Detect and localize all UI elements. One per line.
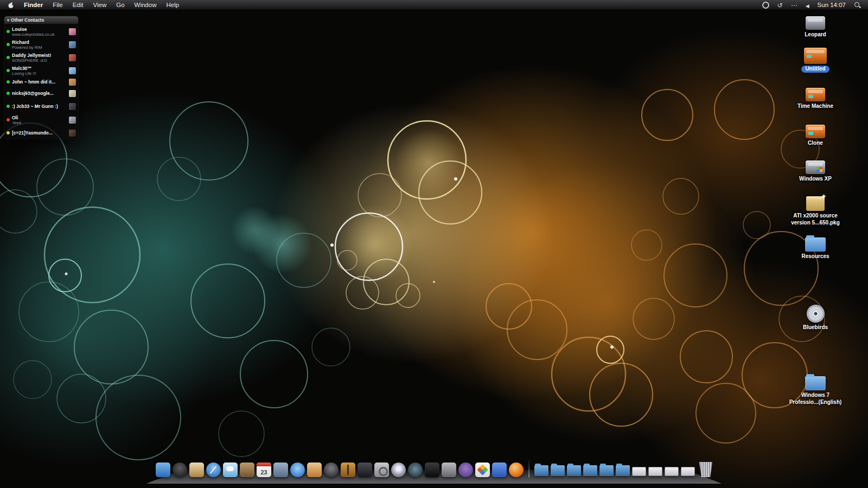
ellipsis-icon[interactable]: [791, 0, 797, 10]
desktop-icon-untitled[interactable]: Untitled: [785, 48, 846, 73]
desktop-icon-resources[interactable]: Resources: [785, 237, 846, 260]
disc-icon: [807, 305, 825, 323]
contact-row[interactable]: Malc30™ Loving Life !!!: [4, 64, 78, 77]
internal-drive-icon: [806, 16, 825, 30]
apple-icon: [8, 2, 15, 9]
dock-address-book-icon[interactable]: [240, 463, 254, 477]
avatar: [69, 67, 76, 74]
presence-available-icon: [7, 30, 10, 33]
contact-status: :tired: [12, 120, 67, 125]
icon-label: Time Machine: [797, 103, 833, 110]
contact-name: [c=21]Yasmundo...: [12, 130, 67, 136]
dock-minimized-window[interactable]: [681, 467, 695, 476]
presence-available-icon: [7, 43, 10, 46]
presence-busy-icon: [7, 118, 10, 121]
desktop-icon-leopard[interactable]: Leopard: [785, 16, 846, 38]
dock-windows-icon[interactable]: [475, 463, 490, 477]
buddy-list-header[interactable]: Other Contacts: [4, 16, 78, 24]
icon-label: Windows 7 Professio...(English): [787, 392, 844, 406]
presence-available-icon: [7, 92, 10, 95]
avatar: [69, 103, 76, 110]
installer-package-icon: [806, 196, 825, 211]
dock-minimized-window[interactable]: [632, 467, 646, 476]
dock-iphoto-icon[interactable]: [189, 463, 204, 477]
desktop-icon-windows-7[interactable]: Windows 7 Professio...(English): [785, 376, 846, 406]
dock-dashboard-icon[interactable]: [173, 463, 187, 477]
external-drive-icon: [804, 48, 827, 64]
contact-name: Oli: [12, 115, 67, 120]
dock-stack-folder-icon[interactable]: [583, 465, 597, 476]
folder-icon: [805, 376, 826, 390]
contact-row[interactable]: nicksj93@google...: [4, 88, 78, 98]
menu-clock[interactable]: Sun 14:07: [818, 2, 846, 8]
dock-stack-folder-icon[interactable]: [534, 465, 548, 476]
dock-stack-folder-icon[interactable]: [551, 465, 565, 476]
dock-stack-folder-icon[interactable]: [616, 465, 630, 476]
menu-item-file[interactable]: File: [48, 0, 68, 10]
dock-terminal-icon[interactable]: [425, 463, 439, 477]
time-machine-icon[interactable]: [777, 0, 783, 10]
dock-ical-icon[interactable]: 23: [257, 463, 271, 477]
dock-ichat-icon[interactable]: [223, 463, 238, 477]
menu-item-go[interactable]: Go: [111, 0, 129, 10]
dock-minimized-window[interactable]: [648, 467, 662, 476]
app-menus: Finder File Edit View Go Window Help: [19, 0, 184, 10]
apple-menu[interactable]: [3, 0, 19, 10]
avatar: [69, 79, 76, 86]
dock-itunes-icon[interactable]: [290, 463, 305, 477]
contact-row[interactable]: [c=21]Yasmundo...: [4, 128, 78, 138]
icon-label: Windows XP: [799, 176, 832, 183]
external-drive-icon: [806, 125, 825, 138]
avatar: [69, 130, 76, 137]
desktop-icon-bluebirds[interactable]: Bluebirds: [785, 305, 846, 331]
menu-item-window[interactable]: Window: [130, 0, 162, 10]
gear-icon[interactable]: [762, 2, 769, 9]
contact-row[interactable]: Oli :tired: [4, 113, 78, 126]
dock-system-preferences-icon[interactable]: [374, 463, 389, 477]
menu-extras: Sun 14:07: [762, 0, 865, 10]
contact-row[interactable]: Daddy Jellymeist! SONISPHERE :d:D: [4, 51, 78, 64]
contact-row[interactable]: John ~ hmm did it...: [4, 77, 78, 87]
buddy-list-window[interactable]: Other Contacts Louise www.cuteynickies.c…: [4, 16, 78, 139]
dock-mail-icon[interactable]: [273, 463, 288, 477]
dock-firefox-icon[interactable]: [509, 463, 524, 477]
dock-imovie-icon[interactable]: [358, 463, 372, 477]
contact-row[interactable]: Richard Powered by RIM: [4, 38, 78, 51]
dock-safari-icon[interactable]: [206, 463, 221, 477]
dock-trash-icon[interactable]: [699, 462, 712, 477]
icon-label: Bluebirds: [803, 324, 828, 331]
spotlight-icon[interactable]: [854, 2, 860, 8]
contact-list: Louise www.cuteynickies.co.uk Richard Po…: [4, 24, 78, 139]
dock-preview-icon[interactable]: [307, 463, 322, 477]
dock-quicktime-icon[interactable]: [391, 463, 406, 477]
desktop-icon-time-machine[interactable]: Time Machine: [785, 88, 846, 110]
dock-garageband-icon[interactable]: [341, 463, 355, 477]
dock-minimized-window[interactable]: [665, 467, 679, 476]
front-row-icon[interactable]: [806, 0, 809, 10]
desktop-icon-clone[interactable]: Clone: [785, 125, 846, 147]
presence-available-icon: [7, 56, 10, 59]
dock-stack-folder-icon[interactable]: [567, 465, 581, 476]
dock-disk-utility-icon[interactable]: [442, 463, 456, 477]
dock-aperture-icon[interactable]: [458, 463, 473, 477]
menu-item-edit[interactable]: Edit: [68, 0, 88, 10]
avatar: [69, 54, 76, 61]
dock-dvd-player-icon[interactable]: [324, 463, 339, 477]
contact-name: Richard: [12, 40, 67, 45]
contact-row[interactable]: :) Jcb33 ~ Mr Gunn :): [4, 101, 78, 111]
menu-item-help[interactable]: Help: [161, 0, 184, 10]
contact-name: Malc30™: [12, 66, 67, 71]
dock-stack-folder-icon[interactable]: [599, 465, 614, 476]
avatar: [69, 28, 76, 35]
menu-item-finder[interactable]: Finder: [19, 0, 48, 10]
dock-photo-booth-icon[interactable]: [408, 463, 423, 477]
avatar: [69, 41, 76, 48]
menu-item-view[interactable]: View: [88, 0, 112, 10]
desktop-icon-windows-xp[interactable]: Windows XP: [785, 160, 846, 183]
desktop-icon-ati-package[interactable]: ATI x2000 source version 5...650.pkg: [785, 196, 846, 226]
contact-status: SONISPHERE :d:D: [12, 58, 67, 63]
dock-finder-icon[interactable]: [156, 463, 170, 477]
contact-row[interactable]: Louise www.cuteynickies.co.uk: [4, 25, 78, 38]
avatar: [69, 90, 76, 97]
dock-remote-desktop-icon[interactable]: [492, 463, 507, 477]
